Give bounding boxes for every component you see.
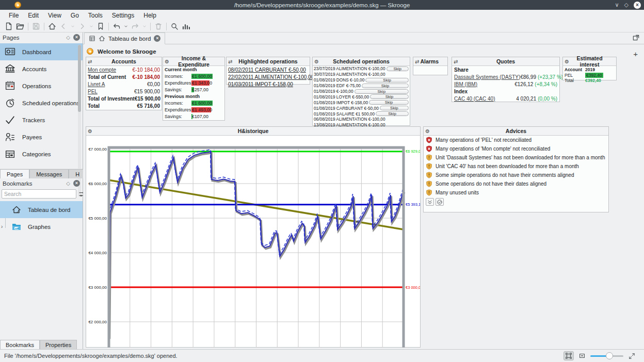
undo-icon[interactable] xyxy=(111,21,122,31)
gear-icon[interactable]: ⚙ xyxy=(165,59,172,64)
expander-icon[interactable]: › xyxy=(1,224,3,229)
menu-edit[interactable]: Edit xyxy=(23,11,43,20)
dismiss-advices-button[interactable] xyxy=(436,198,444,206)
sidebar-item-trackers[interactable]: Trackers xyxy=(0,111,83,128)
amount-text: €1 493,00 xyxy=(191,107,213,112)
scheduled-operation-text: 01/08/2019 DONS €-10,00 xyxy=(314,77,364,83)
scheduled-operation-text: 01/08/2019 LOYER €-550,00 xyxy=(314,94,369,100)
sidebar-item-payees[interactable]: Payees xyxy=(0,128,83,145)
open-file-icon[interactable] xyxy=(14,21,26,31)
maximize-button[interactable]: ◇ xyxy=(624,2,629,8)
gear-icon[interactable]: ⚙ xyxy=(425,128,432,134)
sidebar-item-scheduled-operations[interactable]: Scheduled operations xyxy=(0,94,83,111)
sidebar-item-accounts[interactable]: Accounts xyxy=(0,60,83,77)
gear-icon[interactable]: ⚙ xyxy=(565,59,572,64)
welcome-text: Welcome to Skrooge xyxy=(98,48,156,55)
advice-item[interactable]: Many operations of 'Mon compte' not reco… xyxy=(424,144,608,153)
menu-tools[interactable]: Tools xyxy=(84,11,107,20)
sidebar-item-operations[interactable]: Operations xyxy=(0,77,83,94)
show-all-advices-button[interactable] xyxy=(426,198,434,206)
highlighted-operation-link[interactable]: 08/02/2011 CARBURANT €-50,00 xyxy=(227,66,310,73)
search-icon[interactable] xyxy=(169,21,180,31)
gear-icon[interactable]: ⚙ xyxy=(88,128,95,134)
swap-icon[interactable]: ⇄ xyxy=(88,59,95,64)
tab-tableau-de-bord[interactable]: Tableau de bord × xyxy=(84,32,165,44)
menu-settings[interactable]: Settings xyxy=(107,11,139,20)
bookmark-search-input[interactable] xyxy=(2,189,76,199)
menu-go[interactable]: Go xyxy=(66,11,84,20)
float-panel-icon[interactable]: ◇ xyxy=(66,35,70,40)
shield-orange-icon xyxy=(426,154,432,161)
statistics-icon[interactable] xyxy=(180,21,191,31)
left-dock: Pages ◇ × DashboardAccountsOperationsSch… xyxy=(0,32,83,349)
skip-button[interactable]: Skip xyxy=(387,67,409,71)
svg-text:€5 393,14: €5 393,14 xyxy=(406,202,420,207)
advice-text: Some simple operations do not have their… xyxy=(436,172,574,178)
quote-link[interactable]: CAC 40 (CAC 40) xyxy=(454,96,516,102)
advice-item[interactable]: Many operations of 'PEL' not reconciliat… xyxy=(424,136,608,144)
home-icon[interactable] xyxy=(46,21,58,31)
dock-tab-pages[interactable]: Pages xyxy=(0,169,29,178)
sidebar-item-dashboard[interactable]: Dashboard xyxy=(0,43,83,60)
bottom-tab-bookmarks[interactable]: Bookmarks xyxy=(0,340,40,349)
fit-selection-button[interactable] xyxy=(577,351,587,360)
minimize-button[interactable]: ∨ xyxy=(615,2,619,8)
expand-zoom-icon[interactable] xyxy=(626,351,637,360)
skip-button[interactable]: Skip xyxy=(355,89,409,94)
menu-file[interactable]: File xyxy=(4,11,23,20)
widget-highlighted-operations: ⇄Highlighted operations 08/02/2011 CARBU… xyxy=(226,57,310,85)
scheduled-operation-row: 01/08/2019 €-100,00Skip xyxy=(313,89,410,94)
close-button[interactable]: × xyxy=(634,2,641,9)
advice-item[interactable]: Many unused units xyxy=(424,188,608,197)
zoom-slider[interactable] xyxy=(590,352,623,360)
skip-button[interactable]: Skip xyxy=(376,111,409,116)
zoom-slider-thumb[interactable] xyxy=(606,352,613,359)
row-label: Savings: xyxy=(165,114,191,119)
advice-item[interactable]: Some operations do not have their dates … xyxy=(424,179,608,188)
pin-page-icon[interactable] xyxy=(89,35,95,42)
skip-button[interactable]: Skip xyxy=(380,106,409,110)
advice-item[interactable]: Unit 'CAC 40' has not been downloaded fo… xyxy=(424,162,608,171)
close-panel-icon[interactable]: × xyxy=(73,180,80,187)
bottom-tab-properties[interactable]: Properties xyxy=(40,340,77,349)
add-widget-button[interactable]: + xyxy=(633,50,638,58)
quote-link[interactable]: Dassault Systemes (DASTY) xyxy=(454,74,520,80)
quote-link[interactable]: IBM (IBM) xyxy=(454,81,514,87)
skip-button[interactable]: Skip xyxy=(370,94,409,99)
dock-tab-messages[interactable]: Messages xyxy=(29,169,69,178)
skip-button[interactable]: Skip xyxy=(365,78,409,83)
welcome-header: ◆ Welcome to Skrooge xyxy=(87,48,156,55)
advice-item[interactable]: Unit 'Dassault Systemes' has not been do… xyxy=(424,153,608,162)
bookmark-item-tableau-de-bord[interactable]: Tableau de bord xyxy=(0,201,83,218)
bookmark-item-graphes[interactable]: ›Graphes xyxy=(0,218,83,235)
sidebar-item-categories[interactable]: Categories xyxy=(0,145,83,162)
advice-item[interactable]: Some simple operations do not have their… xyxy=(424,171,608,179)
skip-button[interactable]: Skip xyxy=(362,84,409,88)
close-panel-icon[interactable]: × xyxy=(73,34,80,41)
menubar: FileEditViewGoToolsSettingsHelp xyxy=(0,10,644,21)
detach-tab-icon[interactable] xyxy=(632,34,640,42)
gear-icon[interactable]: ⚙ xyxy=(314,59,321,64)
menu-view[interactable]: View xyxy=(43,11,66,20)
highlighted-operation-link[interactable]: 22/02/2011 ALIMENTATION €-100,00 xyxy=(227,73,310,80)
highlighted-operation-link[interactable]: 01/03/2011 IMPOT €-158,00 xyxy=(227,80,310,88)
swap-icon[interactable]: ⇄ xyxy=(454,59,461,64)
swap-icon[interactable]: ⇄ xyxy=(228,59,235,64)
row-label: Incomes: xyxy=(165,101,191,106)
float-panel-icon[interactable]: ◇ xyxy=(66,180,70,186)
account-link[interactable]: Mon compte xyxy=(88,67,116,73)
swap-icon[interactable]: ⇄ xyxy=(415,59,420,64)
widget-title: Scheduled operations xyxy=(321,58,401,64)
account-link[interactable]: Livret A xyxy=(88,81,105,87)
skip-button[interactable]: Skip xyxy=(369,100,409,105)
svg-text:€6 929,00: €6 929,00 xyxy=(406,149,420,154)
undo-dropdown-icon[interactable] xyxy=(122,21,130,31)
new-document-icon[interactable] xyxy=(3,21,14,31)
close-tab-icon[interactable]: × xyxy=(154,35,160,42)
menu-help[interactable]: Help xyxy=(139,11,161,20)
account-link[interactable]: PEL xyxy=(88,89,98,94)
bookmark-icon[interactable] xyxy=(95,21,106,31)
fit-page-button[interactable] xyxy=(564,351,574,360)
quote-group-label: Share xyxy=(452,66,559,73)
amount-with-bar: €1 493,00 xyxy=(191,107,213,112)
